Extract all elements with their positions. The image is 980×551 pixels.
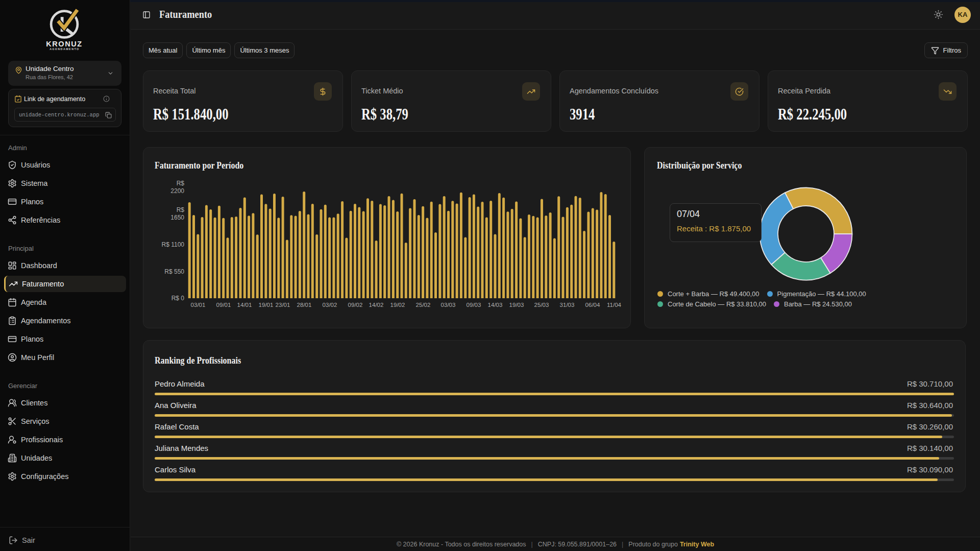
svg-text:23/01: 23/01 xyxy=(276,302,290,308)
svg-text:14/03: 14/03 xyxy=(488,302,503,308)
svg-text:14/02: 14/02 xyxy=(369,302,384,308)
svg-text:R$ 1100: R$ 1100 xyxy=(162,241,185,248)
svg-text:06/04: 06/04 xyxy=(585,302,600,308)
svg-text:KRONUZ: KRONUZ xyxy=(46,40,83,48)
svg-text:14/01: 14/01 xyxy=(237,302,252,308)
svg-text:28/01: 28/01 xyxy=(297,302,312,308)
svg-text:R$1650: R$1650 xyxy=(170,206,184,221)
svg-text:03/03: 03/03 xyxy=(441,302,456,308)
svg-text:25/02: 25/02 xyxy=(416,302,431,308)
svg-text:09/03: 09/03 xyxy=(467,302,481,308)
svg-text:R$2200: R$2200 xyxy=(170,180,184,195)
svg-text:19/03: 19/03 xyxy=(509,302,524,308)
svg-text:03/02: 03/02 xyxy=(323,302,337,308)
svg-text:19/02: 19/02 xyxy=(390,302,405,308)
svg-text:09/02: 09/02 xyxy=(348,302,363,308)
svg-text:09/01: 09/01 xyxy=(216,302,231,308)
svg-text:11/04: 11/04 xyxy=(607,302,622,308)
svg-text:31/03: 31/03 xyxy=(560,302,575,308)
svg-text:19/01: 19/01 xyxy=(259,302,274,308)
svg-text:R$ 550: R$ 550 xyxy=(164,268,184,275)
svg-text:25/03: 25/03 xyxy=(534,302,549,308)
svg-text:R$ 0: R$ 0 xyxy=(172,295,185,302)
svg-text:03/01: 03/01 xyxy=(191,302,206,308)
svg-text:AGENDAMENTO: AGENDAMENTO xyxy=(50,47,80,51)
